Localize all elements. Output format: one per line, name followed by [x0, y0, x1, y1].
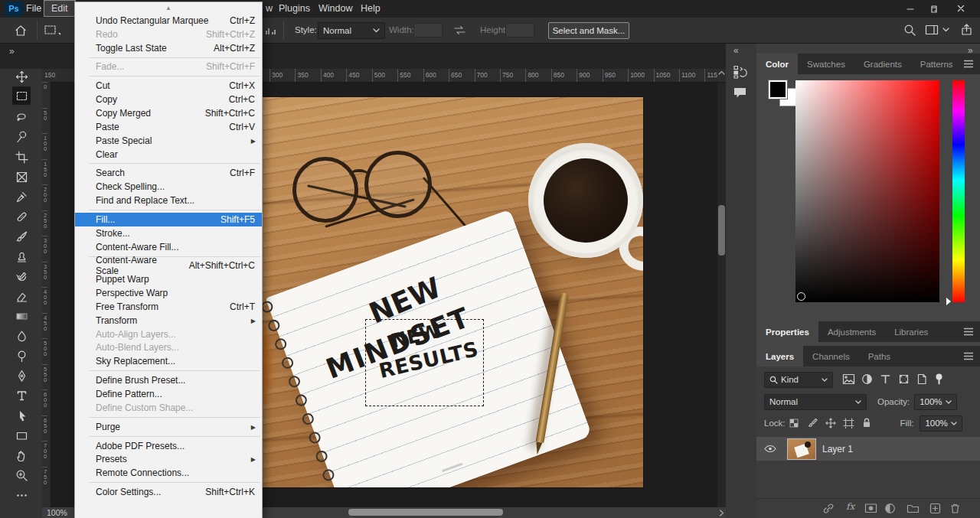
history-brush-tool[interactable]: [12, 267, 31, 285]
blur-tool[interactable]: [12, 327, 31, 345]
search-icon[interactable]: [903, 24, 916, 37]
panel-menu-icon[interactable]: [963, 327, 974, 336]
filter-type-icon[interactable]: [880, 373, 891, 385]
height-input[interactable]: [505, 23, 534, 37]
tab-overflow-icon[interactable]: »: [9, 46, 15, 57]
edit-menu-item[interactable]: Auto-Align Layers...: [75, 327, 262, 341]
menubar-file[interactable]: File: [23, 0, 44, 18]
edit-menu-item[interactable]: Copy Merged Shift+Ctrl+C: [75, 106, 262, 120]
lasso-tool[interactable]: [12, 107, 31, 125]
edit-menu-item[interactable]: [75, 55, 262, 60]
rectangular-marquee-tool[interactable]: [12, 86, 31, 105]
edit-menu-item[interactable]: [75, 415, 262, 420]
dodge-tool[interactable]: [12, 347, 31, 365]
new-layer-icon[interactable]: [929, 503, 941, 514]
lock-all-icon[interactable]: [861, 417, 872, 428]
edit-menu-item[interactable]: [75, 207, 262, 213]
layer-visibility-eye-icon[interactable]: [764, 444, 776, 454]
panel-tab[interactable]: Properties: [756, 321, 818, 342]
edit-menu-item[interactable]: Purge: [75, 420, 262, 434]
edit-menu-item[interactable]: Fill... Shift+F5: [75, 213, 262, 226]
blend-mode-dropdown[interactable]: Normal: [764, 394, 867, 410]
edit-menu-item[interactable]: Free Transform Ctrl+T: [75, 300, 262, 314]
edit-menu-item[interactable]: Stroke...: [75, 226, 262, 240]
select-and-mask-button[interactable]: Select and Mask...: [548, 22, 629, 39]
eyedropper-tool[interactable]: [12, 187, 31, 206]
lock-artboard-icon[interactable]: [843, 418, 854, 428]
fill-dropdown[interactable]: 100%: [920, 415, 962, 432]
gradient-tool[interactable]: [12, 307, 31, 325]
filter-smart-object-icon[interactable]: [916, 373, 927, 385]
lock-image-pixels-icon[interactable]: [807, 418, 818, 428]
horizontal-scrollbar-thumb[interactable]: [348, 509, 503, 516]
edit-menu-item[interactable]: Toggle Last State Alt+Ctrl+Z: [75, 41, 262, 55]
hue-slider-handle[interactable]: [946, 298, 951, 305]
minimize-button[interactable]: [900, 0, 920, 17]
hand-tool[interactable]: [12, 446, 31, 464]
edit-menu-item[interactable]: [75, 480, 262, 485]
vertical-scrollbar-thumb[interactable]: [718, 205, 725, 256]
foreground-color-swatch[interactable]: [769, 80, 787, 99]
hue-slider[interactable]: [952, 80, 965, 302]
menubar-window[interactable]: Window: [315, 0, 355, 18]
filter-kind-dropdown[interactable]: Kind: [764, 372, 833, 388]
filter-shape-icon[interactable]: [898, 373, 910, 385]
edit-menu-item[interactable]: Sky Replacement...: [75, 354, 262, 368]
vertical-scrollbar[interactable]: [717, 82, 726, 507]
layer-style-fx-icon[interactable]: fx: [846, 501, 854, 512]
scroll-right-icon[interactable]: [719, 510, 724, 516]
collapse-dock-icon[interactable]: «: [733, 45, 739, 56]
tool-preset-marquee-icon[interactable]: [44, 24, 62, 37]
edit-menu-item[interactable]: Redo Shift+Ctrl+Z: [75, 28, 262, 41]
zoom-level[interactable]: 100%: [47, 508, 67, 517]
panel-tab[interactable]: Swatches: [798, 54, 854, 74]
edit-menu-item[interactable]: Cut Ctrl+X: [75, 79, 262, 93]
panel-menu-icon[interactable]: [963, 352, 974, 360]
zoom-tool[interactable]: [12, 466, 31, 484]
layer-name[interactable]: Layer 1: [822, 444, 853, 454]
filter-image-icon[interactable]: [842, 373, 855, 385]
eraser-tool[interactable]: [12, 287, 31, 305]
clone-stamp-tool[interactable]: [12, 247, 31, 266]
new-group-folder-icon[interactable]: [906, 503, 920, 513]
edit-menu-item[interactable]: Copy Ctrl+C: [75, 93, 262, 106]
width-input[interactable]: [413, 23, 443, 37]
saturation-brightness-field[interactable]: [795, 80, 939, 302]
color-cursor[interactable]: [797, 292, 805, 301]
quick-selection-tool[interactable]: [12, 127, 31, 145]
comments-panel-icon[interactable]: [733, 86, 748, 99]
menubar-plugins[interactable]: Plugins: [276, 0, 313, 18]
panel-menu-icon[interactable]: [963, 60, 974, 68]
layer-row[interactable]: Layer 1: [756, 437, 980, 461]
panel-tab[interactable]: Layers: [756, 346, 803, 367]
panel-tab[interactable]: Paths: [859, 346, 900, 367]
edit-toolbar-icon[interactable]: [12, 486, 31, 504]
panel-tab[interactable]: Patterns: [911, 54, 962, 74]
edit-menu-item[interactable]: Search Ctrl+F: [75, 166, 262, 180]
edit-menu-item[interactable]: Define Brush Preset...: [75, 373, 262, 387]
filter-pin-icon[interactable]: [934, 373, 944, 385]
edit-menu-item[interactable]: Undo Rectangular Marquee Ctrl+Z: [75, 14, 262, 28]
menu-scroll-up-icon[interactable]: ▲: [75, 3, 262, 13]
filter-adjustment-icon[interactable]: [861, 373, 873, 385]
edit-menu-item[interactable]: [75, 368, 262, 373]
rectangle-tool[interactable]: [12, 426, 31, 445]
swap-dimensions-icon[interactable]: [453, 24, 466, 36]
delete-layer-trash-icon[interactable]: [949, 503, 961, 514]
edit-menu-item[interactable]: [75, 161, 262, 166]
edit-menu-item[interactable]: Puppet Warp: [75, 272, 262, 286]
frame-tool[interactable]: [12, 168, 31, 186]
chevron-down-icon[interactable]: [942, 28, 949, 32]
menubar-view-partial[interactable]: w: [263, 0, 276, 18]
edit-menu-item[interactable]: Fade... Shift+Ctrl+F: [75, 60, 262, 74]
path-selection-tool[interactable]: [12, 406, 31, 425]
crop-tool[interactable]: [12, 148, 31, 166]
panel-tab[interactable]: Color: [756, 54, 798, 74]
move-tool[interactable]: [12, 67, 31, 86]
type-tool[interactable]: [12, 386, 31, 405]
edit-menu-item[interactable]: Paste Special: [75, 134, 262, 148]
workspace-icon[interactable]: [925, 24, 939, 36]
edit-menu-item[interactable]: Remote Connections...: [75, 466, 262, 480]
spot-healing-brush-tool[interactable]: [12, 207, 31, 226]
panel-tab[interactable]: Libraries: [885, 321, 937, 342]
